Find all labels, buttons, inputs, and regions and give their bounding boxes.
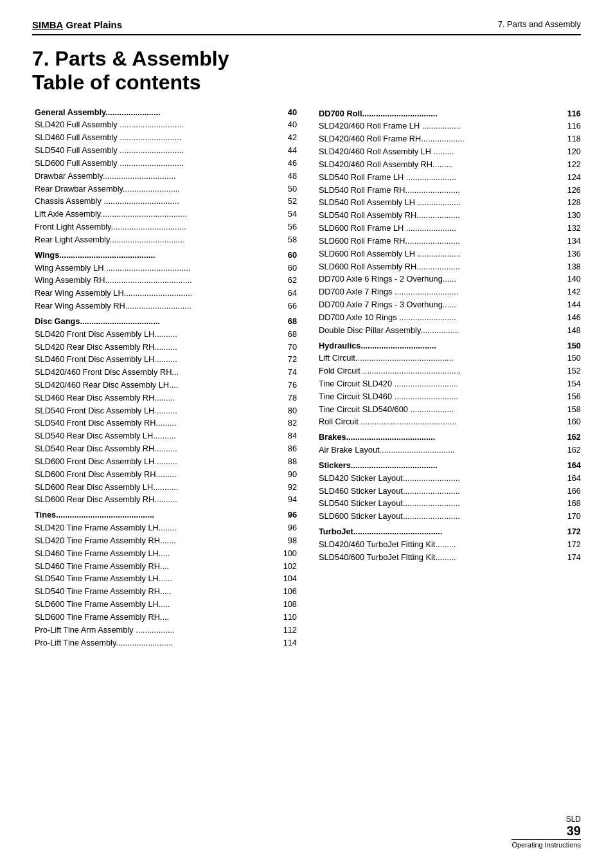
entry-page: 72 xyxy=(279,353,297,366)
toc-entry: SLD420/460 TurboJet Fitting Kit.........… xyxy=(316,538,581,551)
entry-page: 106 xyxy=(279,585,297,598)
entry-page: 100 xyxy=(279,547,297,560)
section-block: Wings...................................… xyxy=(32,249,297,312)
toc-entry: Chassis Assembly .......................… xyxy=(32,195,297,208)
entry-label: Wing Assembly RH........................… xyxy=(35,274,279,287)
entry-page: 142 xyxy=(563,285,581,298)
page-footer: SLD 39 Operating Instructions xyxy=(511,815,581,849)
entry-page: 40 xyxy=(279,118,297,131)
section-header-entry: DD700 Roll..............................… xyxy=(316,107,581,120)
entry-label: Roll Circuit ...........................… xyxy=(319,415,563,428)
section-header-page: 172 xyxy=(563,525,581,538)
toc-entry: SLD600 Rear Disc Assembly LH...........9… xyxy=(32,481,297,494)
toc-entry: Tine Circuit SLD540/600 ................… xyxy=(316,403,581,416)
entry-page: 92 xyxy=(279,481,297,494)
section-block: TurboJet................................… xyxy=(316,525,581,563)
entry-label: SLD600 Roll Assembly RH.................… xyxy=(319,260,563,273)
entry-label: SLD420 Tine Frame Assembly RH....... xyxy=(35,534,279,547)
entry-label: Rear Wing Assembly LH...................… xyxy=(35,287,279,300)
entry-page: 78 xyxy=(279,392,297,404)
toc-entry: SLD540 Sticker Layout...................… xyxy=(316,497,581,510)
entry-label: SLD420 Sticker Layout...................… xyxy=(319,472,563,485)
entry-page: 84 xyxy=(279,429,297,442)
entry-page: 128 xyxy=(563,196,581,209)
toc-entry: DD700 Axle 6 Rings - 2 Overhung......140 xyxy=(316,273,581,285)
toc-entry: Wing Assembly LH .......................… xyxy=(32,262,297,275)
entry-page: 80 xyxy=(279,404,297,417)
entry-page: 132 xyxy=(563,222,581,235)
entry-label: Tine Circuit SLD460 ....................… xyxy=(319,390,563,403)
toc-entry: SLD460 Tine Frame Assembly LH.....100 xyxy=(32,547,297,560)
toc-entry: Tine Circuit SLD420 ....................… xyxy=(316,377,581,390)
entry-label: SLD420/460 TurboJet Fitting Kit......... xyxy=(319,538,563,551)
entry-page: 160 xyxy=(563,415,581,428)
entry-page: 48 xyxy=(279,170,297,183)
page-title: 7. Parts & Assembly Table of contents xyxy=(32,47,581,95)
toc-entry: SLD460 Rear Disc Assembly RH.........78 xyxy=(32,392,297,404)
section-header-label: Brakes..................................… xyxy=(319,431,563,444)
entry-label: SLD540 Front Disc Assembly RH......... xyxy=(35,417,279,429)
toc-entry: Lift Axle Assembly......................… xyxy=(32,208,297,221)
entry-page: 170 xyxy=(563,510,581,523)
toc-entry: SLD540 Rear Disc Assembly RH..........86 xyxy=(32,442,297,455)
section-header-label: Hydraulics..............................… xyxy=(319,339,563,352)
section-header-entry: General Assembly........................… xyxy=(32,106,297,119)
section-header-page: 116 xyxy=(563,107,581,120)
entry-page: 152 xyxy=(563,365,581,377)
entry-page: 54 xyxy=(279,208,297,221)
entry-label: SLD600 Tine Frame Assembly LH..... xyxy=(35,598,279,611)
entry-label: Pro-Lift Tine Assembly..................… xyxy=(35,637,279,649)
toc-entry: SLD600 Rear Disc Assembly RH..........94 xyxy=(32,493,297,506)
entry-label: SLD540 Full Assembly ...................… xyxy=(35,144,279,157)
entry-page: 164 xyxy=(563,472,581,485)
entry-label: Wing Assembly LH .......................… xyxy=(35,262,279,275)
toc-entry: SLD420/460 Roll Frame RH................… xyxy=(316,132,581,145)
entry-label: SLD600 Front Disc Assembly RH......... xyxy=(35,468,279,481)
toc-entry: Lift Circuit............................… xyxy=(316,352,581,365)
toc-entry: SLD460 Full Assembly ...................… xyxy=(32,131,297,144)
section-block: Tines...................................… xyxy=(32,509,297,649)
toc-entry: SLD540 Full Assembly ...................… xyxy=(32,144,297,157)
entry-page: 118 xyxy=(563,132,581,145)
section-header-page: 40 xyxy=(279,106,297,119)
entry-page: 138 xyxy=(563,260,581,273)
entry-page: 98 xyxy=(279,534,297,547)
entry-page: 158 xyxy=(563,403,581,416)
section-header-label: Tines...................................… xyxy=(35,509,279,521)
entry-label: SLD420/460 Roll Frame LH ...............… xyxy=(319,120,563,132)
section-header-entry: Tines...................................… xyxy=(32,509,297,521)
toc-entry: SLD600 Roll Assembly RH.................… xyxy=(316,260,581,273)
entry-page: 86 xyxy=(279,442,297,455)
entry-page: 120 xyxy=(563,145,581,158)
toc-content: General Assembly........................… xyxy=(32,106,581,652)
entry-label: SLD540 Rear Disc Assembly RH.......... xyxy=(35,442,279,455)
entry-page: 154 xyxy=(563,377,581,390)
page: SIMBA Great Plains 7. Parts and Assembly… xyxy=(0,0,613,868)
entry-label: DD700 Axle 7 Rings .....................… xyxy=(319,285,563,298)
toc-entry: SLD420 Full Assembly ...................… xyxy=(32,118,297,131)
toc-entry: SLD420 Tine Frame Assembly LH........96 xyxy=(32,521,297,534)
entry-label: SLD420/460 Roll Frame RH................… xyxy=(319,132,563,145)
entry-page: 56 xyxy=(279,221,297,233)
entry-page: 50 xyxy=(279,183,297,195)
entry-page: 76 xyxy=(279,379,297,392)
section-header-entry: Brakes..................................… xyxy=(316,431,581,444)
entry-label: SLD600 Tine Frame Assembly RH.... xyxy=(35,611,279,624)
entry-page: 70 xyxy=(279,341,297,354)
entry-page: 172 xyxy=(563,538,581,551)
section-header-entry: Disc Gangs..............................… xyxy=(32,315,297,328)
toc-entry: SLD540 Tine Frame Assembly RH.....106 xyxy=(32,585,297,598)
section-block: Stickers................................… xyxy=(316,459,581,523)
entry-page: 156 xyxy=(563,390,581,403)
toc-entry: Pro-Lift Tine Arm Assembly .............… xyxy=(32,624,297,637)
toc-entry: SLD420/460 Roll Frame LH ...............… xyxy=(316,120,581,132)
toc-entry: SLD600 Roll Frame RH....................… xyxy=(316,235,581,248)
section-block: Hydraulics..............................… xyxy=(316,339,581,429)
entry-page: 90 xyxy=(279,468,297,481)
entry-label: SLD540 Roll Frame RH....................… xyxy=(319,184,563,197)
entry-label: Rear Drawbar Assembly...................… xyxy=(35,183,279,195)
entry-label: SLD420/460 Roll Assembly RH......... xyxy=(319,158,563,171)
section-header-page: 60 xyxy=(279,249,297,262)
section-header-label: Wings...................................… xyxy=(35,249,279,262)
toc-entry: SLD540/600 TurboJet Fitting Kit.........… xyxy=(316,551,581,564)
